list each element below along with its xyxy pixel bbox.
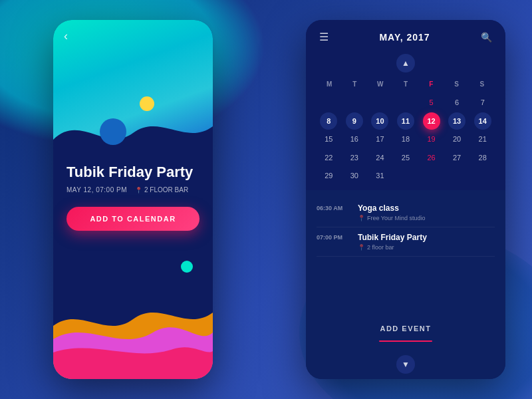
party-name: Tubik Friday Party [358, 233, 427, 242]
day-label-mon: M [317, 78, 342, 90]
cal-date-21[interactable]: 21 [470, 131, 495, 148]
cal-date-19[interactable]: 19 [419, 131, 444, 148]
cal-date-26[interactable]: 26 [419, 150, 444, 166]
location-pin-icon2: 📍 [358, 244, 365, 251]
add-event-button[interactable]: ADD EVENT [317, 319, 495, 338]
cal-date-20[interactable]: 20 [445, 131, 469, 148]
day-label-fri: F [418, 78, 444, 90]
event-location: 📍 2 FLOOR BAR [135, 186, 188, 194]
cal-date-empty [445, 168, 469, 184]
party-location: 📍 2 floor bar [358, 244, 427, 251]
cal-date-empty [419, 168, 444, 184]
calendar-title: MAY, 2017 [379, 32, 430, 43]
event-item-yoga: 06:30 AM Yoga class 📍 Free Your Mind stu… [317, 198, 495, 227]
top-wave-svg [53, 100, 213, 153]
deco-circle-blue [100, 118, 126, 145]
cal-date-25[interactable]: 25 [394, 150, 418, 166]
deco-circle-yellow [140, 96, 154, 111]
cal-date-29[interactable]: 29 [317, 168, 341, 184]
back-button[interactable]: ‹ [64, 29, 68, 43]
cal-date-13[interactable]: 13 [448, 112, 466, 130]
cal-date-14[interactable]: 14 [474, 112, 491, 130]
add-event-section: ADD EVENT [306, 311, 505, 350]
cal-date-28[interactable]: 28 [470, 150, 495, 166]
day-label-thu: T [393, 78, 418, 90]
day-label-wed: W [368, 78, 393, 90]
phone-top-area: ‹ [53, 20, 213, 153]
search-icon[interactable]: 🔍 [481, 32, 492, 43]
cal-date-11[interactable]: 11 [397, 112, 414, 130]
yoga-name: Yoga class [358, 203, 426, 213]
yoga-location: 📍 Free Your Mind studio [358, 215, 426, 221]
party-time: 07:00 PM [317, 234, 350, 241]
location-pin-icon: 📍 [358, 215, 365, 221]
cal-date-7[interactable]: 7 [470, 94, 495, 111]
cal-date-24[interactable]: 24 [368, 150, 392, 166]
cal-date-5[interactable]: 5 [419, 94, 444, 111]
yoga-time: 06:30 AM [317, 205, 350, 211]
deco-circle-teal [181, 261, 193, 273]
cal-date-16[interactable]: 16 [342, 131, 367, 148]
cal-date-18[interactable]: 18 [394, 131, 418, 148]
cal-date-10[interactable]: 10 [371, 112, 388, 130]
cal-date-empty [394, 94, 418, 111]
party-info: Tubik Friday Party 📍 2 floor bar [358, 233, 427, 251]
add-to-calendar-button[interactable]: ADD TO CALENDAR [66, 207, 200, 231]
cal-date-empty [342, 94, 367, 111]
cal-date-12-selected[interactable]: 12 [423, 112, 440, 130]
event-date: MAY 12, 07:00 PM [66, 186, 127, 194]
cal-date-23[interactable]: 23 [342, 150, 367, 166]
cal-date-empty [317, 94, 341, 111]
cal-date-8[interactable]: 8 [320, 112, 337, 130]
calendar-dates: 5 6 7 8 9 10 11 12 13 14 15 16 17 18 19 … [317, 94, 495, 185]
cal-date-empty [470, 168, 495, 184]
cal-date-17[interactable]: 17 [368, 131, 392, 148]
day-label-tue: T [342, 78, 367, 90]
cal-date-15[interactable]: 15 [317, 131, 341, 148]
location-icon: 📍 [135, 187, 142, 194]
day-label-sun: S [469, 78, 495, 90]
scroll-up-button[interactable]: ▲ [396, 54, 415, 72]
calendar-header: ☰ MAY, 2017 🔍 [306, 20, 505, 51]
calendar-down-area: ▼ [306, 350, 505, 379]
phone-content: Tubik Friday Party MAY 12, 07:00 PM 📍 2 … [53, 153, 213, 244]
calendar-card: ☰ MAY, 2017 🔍 ▲ M T W T F S S 5 6 7 [306, 20, 505, 379]
events-section: 06:30 AM Yoga class 📍 Free Your Mind stu… [306, 190, 505, 311]
event-item-party: 07:00 PM Tubik Friday Party 📍 2 floor ba… [317, 227, 495, 257]
pink-underline [379, 340, 432, 342]
event-phone-card: ‹ Tubik Friday Party MAY 12, 07:00 PM 📍 … [53, 20, 213, 379]
calendar-grid: M T W T F S S 5 6 7 8 9 10 11 12 13 14 [306, 78, 505, 190]
event-meta: MAY 12, 07:00 PM 📍 2 FLOOR BAR [66, 186, 200, 194]
cal-date-22[interactable]: 22 [317, 150, 341, 166]
cal-date-empty [368, 94, 392, 111]
yoga-info: Yoga class 📍 Free Your Mind studio [358, 203, 426, 221]
scroll-down-button[interactable]: ▼ [396, 355, 415, 374]
calendar-up-area: ▲ [306, 51, 505, 78]
day-labels-row: M T W T F S S [317, 78, 495, 90]
cal-date-31[interactable]: 31 [368, 168, 392, 184]
event-title: Tubik Friday Party [66, 164, 200, 181]
day-label-sat: S [444, 78, 469, 90]
cal-date-30[interactable]: 30 [342, 168, 367, 184]
menu-icon[interactable]: ☰ [319, 31, 329, 43]
cal-date-6[interactable]: 6 [445, 94, 469, 111]
cal-date-empty [394, 168, 418, 184]
cal-date-27[interactable]: 27 [445, 150, 469, 166]
cal-date-9[interactable]: 9 [346, 112, 363, 130]
